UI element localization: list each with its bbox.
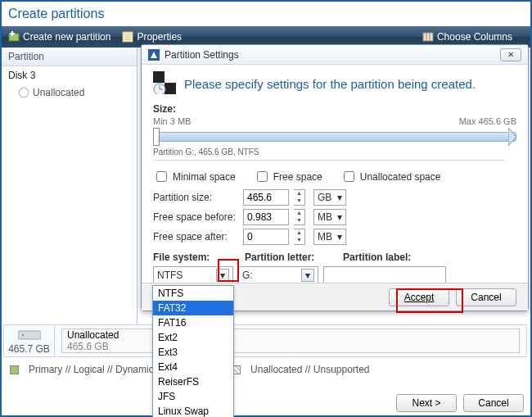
file-system-option[interactable]: FAT32 (153, 301, 233, 315)
clock-flag-icon (153, 71, 176, 97)
legend-primary-logical-dynamic: Primary // Logical // Dynamic (29, 364, 154, 375)
hard-drive-icon (4, 328, 54, 343)
opt-unalloc-checkbox[interactable] (344, 171, 354, 182)
file-system-combo[interactable]: NTFS ▾ (153, 266, 233, 284)
svg-rect-2 (10, 33, 15, 34)
dialog-titlebar: Partition Settings ✕ (142, 45, 528, 65)
accept-button[interactable]: Accept (389, 288, 449, 306)
free-after-label: Free space after: (153, 231, 238, 242)
free-before-label: Free space before: (153, 211, 238, 223)
opt-free-space[interactable]: Free space (254, 169, 322, 184)
svg-rect-20 (18, 331, 41, 339)
file-system-option[interactable]: Ext3 (153, 345, 233, 360)
free-after-input[interactable] (243, 229, 289, 245)
opt-minimal-space[interactable]: Minimal space (153, 169, 236, 184)
partition-settings-dialog: Partition Settings ✕ Please specify sett… (141, 44, 529, 311)
dialog-close-button[interactable]: ✕ (500, 48, 521, 61)
size-label: Size: (153, 103, 176, 115)
dialog-cancel-button[interactable]: Cancel (456, 288, 516, 306)
partition-size-input[interactable] (243, 189, 289, 206)
tree-item-unallocated-label: Unallocated (33, 87, 84, 98)
disk-bar[interactable]: Unallocated 465.6 GB (61, 329, 520, 353)
free-after-unit[interactable]: MB▾ (313, 229, 346, 245)
opt-free-checkbox[interactable] (257, 171, 268, 182)
dialog-heading: Please specify settings for the partitio… (184, 77, 476, 91)
partition-size-label: Partition size: (153, 192, 238, 203)
opt-unalloc-label: Unallocated space (360, 171, 441, 183)
chevron-down-icon[interactable]: ▾ (301, 269, 314, 282)
partition-size-unit[interactable]: GB▾ (313, 189, 346, 206)
tree-item-unallocated[interactable]: Unallocated (2, 84, 137, 101)
svg-rect-7 (423, 33, 433, 41)
partition-label-input[interactable] (323, 266, 446, 284)
create-partition-button[interactable]: Create new partition (8, 31, 110, 43)
svg-rect-13 (165, 83, 176, 94)
choose-columns-button[interactable]: Choose Columns (422, 31, 512, 43)
tree-item-disk[interactable]: Disk 3 (2, 66, 137, 84)
page-title: Create partitions (2, 2, 530, 26)
side-panel-header: Partition (2, 48, 137, 66)
unallocated-icon (18, 87, 29, 98)
file-system-option[interactable]: Linux Swap (153, 404, 233, 417)
file-system-label: File system: (153, 252, 245, 263)
size-slider[interactable] (153, 128, 516, 146)
size-max: Max 465.6 GB (459, 116, 516, 126)
next-button[interactable]: Next > (396, 394, 457, 412)
svg-rect-12 (153, 71, 165, 83)
cancel-button[interactable]: Cancel (463, 394, 524, 412)
free-before-spinner[interactable]: ▲▼ (294, 209, 305, 225)
disk-bar-size: 465.6 GB (67, 341, 119, 352)
file-system-option[interactable]: Ext2 (153, 330, 233, 345)
free-before-input[interactable] (243, 209, 289, 225)
create-partition-label: Create new partition (23, 31, 110, 43)
file-system-value: NTFS (157, 270, 183, 281)
opt-minimal-checkbox[interactable] (156, 171, 167, 182)
file-system-option[interactable]: JFS (153, 389, 233, 404)
partition-size-spinner[interactable]: ▲▼ (294, 189, 305, 206)
disk-size: 465.7 GB (4, 343, 54, 355)
app-icon (148, 49, 160, 61)
file-system-option[interactable]: Ext4 (153, 360, 233, 374)
svg-point-21 (22, 334, 24, 336)
opt-minimal-label: Minimal space (173, 171, 236, 183)
file-system-option[interactable]: ReiserFS (153, 374, 233, 389)
chevron-down-icon[interactable]: ▾ (216, 269, 229, 282)
size-min: Min 3 MB (153, 116, 191, 126)
svg-rect-14 (165, 71, 176, 83)
file-system-dropdown[interactable]: NTFSFAT32FAT16Ext2Ext3Ext4ReiserFSJFSLin… (152, 285, 234, 417)
columns-icon (422, 31, 434, 43)
properties-label: Properties (137, 31, 182, 43)
opt-free-label: Free space (273, 171, 322, 183)
partition-label-label: Partition label: (343, 252, 411, 263)
partition-letter-combo[interactable]: G: ▾ (238, 266, 318, 284)
disk-bar-label: Unallocated (67, 329, 119, 341)
free-after-spinner[interactable]: ▲▼ (294, 229, 305, 245)
properties-icon (122, 31, 133, 43)
svg-marker-19 (508, 128, 516, 146)
choose-columns-label: Choose Columns (437, 31, 512, 43)
side-panel: Partition Disk 3 Unallocated (2, 48, 138, 326)
file-system-option[interactable]: NTFS (153, 286, 233, 301)
free-before-unit[interactable]: MB▾ (313, 209, 346, 225)
legend-unalloc-unsupported: Unallocated // Unsupported (250, 364, 369, 375)
close-icon: ✕ (507, 50, 514, 59)
disk-summary: 465.7 GB Unallocated 465.6 GB (3, 324, 527, 357)
svg-rect-0 (9, 34, 19, 41)
file-system-option[interactable]: FAT16 (153, 315, 233, 330)
size-caption: Partition G:, 465.6 GB, NTFS (153, 147, 516, 156)
partition-letter-value: G: (242, 270, 253, 281)
partition-letter-label: Partition letter: (245, 252, 343, 263)
slider-handle-left[interactable] (153, 128, 160, 146)
legend: Primary // Logical // Dynamic re Zone Un… (3, 360, 527, 378)
slider-handle-right[interactable] (508, 128, 516, 146)
opt-unallocated-space[interactable]: Unallocated space (340, 169, 441, 184)
disk-icon-box: 465.7 GB (4, 325, 55, 356)
create-partition-icon (8, 31, 20, 43)
properties-button[interactable]: Properties (122, 31, 182, 43)
svg-point-10 (19, 88, 29, 97)
dialog-title: Partition Settings (165, 49, 239, 61)
legend-swatch-primary (10, 365, 19, 374)
